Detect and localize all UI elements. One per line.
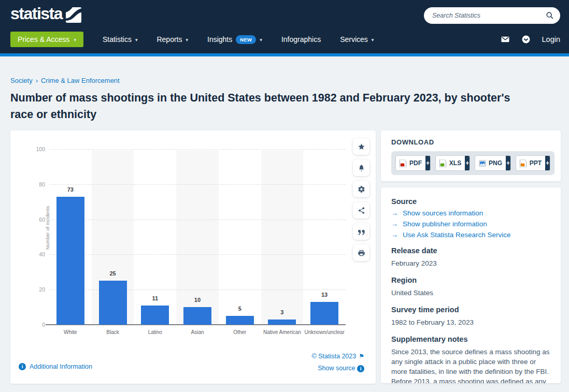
supplementary-notes-text: Since 2013, the source defines a mass sh… <box>391 347 550 383</box>
download-xls-button[interactable]: XLS + <box>435 155 470 171</box>
chart-card: Number of incidents 02040608010073White2… <box>10 130 376 384</box>
main-nav: Prices & Access ▾ Statistics ▾ Reports ▾… <box>10 32 374 47</box>
download-tray: PDF + XLS + PNG + PPT + <box>391 151 554 175</box>
header-accent-stripe <box>0 53 569 56</box>
login-link[interactable]: Login <box>542 35 560 43</box>
plus-icon[interactable]: + <box>425 156 430 170</box>
supplementary-notes-section: Supplementary notes Since 2013, the sour… <box>391 335 550 383</box>
category-label: White <box>49 329 92 336</box>
bar <box>56 197 84 325</box>
mail-icon[interactable] <box>501 35 510 44</box>
copyright: © Statista 2023⚑ <box>312 353 364 360</box>
search-icon[interactable] <box>546 11 554 20</box>
ppt-file-icon <box>520 159 527 167</box>
region-value: United States <box>391 288 550 298</box>
download-png-button[interactable]: PNG + <box>475 155 511 171</box>
plus-icon[interactable]: + <box>465 156 470 170</box>
favorite-star-button[interactable] <box>353 138 369 155</box>
nav-reports[interactable]: Reports ▾ <box>157 35 188 43</box>
bar-value-label: 3 <box>261 309 304 315</box>
bar <box>141 306 169 325</box>
flag-icon[interactable]: ⚑ <box>359 353 364 360</box>
download-heading: DOWNLOAD <box>391 138 554 146</box>
bar-value-label: 25 <box>92 270 134 277</box>
y-tick-label: 0 <box>22 322 45 328</box>
new-badge: NEW <box>236 35 256 44</box>
plus-icon[interactable]: + <box>506 156 510 170</box>
info-icon: i <box>357 365 364 372</box>
bar <box>226 316 254 325</box>
arrow-right-icon: → <box>391 209 398 217</box>
grid-line <box>49 289 346 290</box>
nav-insights[interactable]: Insights NEW ▾ <box>207 35 262 44</box>
additional-information-link[interactable]: i Additional Information <box>19 363 92 370</box>
breadcrumb-crime-law[interactable]: Crime & Law Enforcement <box>41 77 120 84</box>
download-pdf-button[interactable]: PDF + <box>395 155 431 171</box>
share-icon <box>358 207 365 214</box>
y-tick-label: 80 <box>22 181 45 187</box>
chevron-down-icon: ▾ <box>372 37 374 42</box>
globe-language-icon[interactable] <box>521 35 531 44</box>
chart-footer-right: © Statista 2023⚑ Show source i <box>312 353 364 372</box>
pdf-file-icon <box>400 159 407 167</box>
category-label: Black <box>92 329 134 336</box>
bar-value-label: 13 <box>303 292 346 298</box>
release-date-value: February 2023 <box>391 258 550 268</box>
page-title: Number of mass shootings in the United S… <box>10 90 534 123</box>
nav-prices-access-button[interactable]: Prices & Access ▾ <box>10 32 83 47</box>
statista-logo-icon <box>66 7 81 23</box>
nav-prices-access-label: Prices & Access <box>18 35 69 43</box>
star-icon <box>358 143 365 151</box>
site-header: statista Prices & Access ▾ Statistics ▾ … <box>0 0 569 53</box>
print-button[interactable] <box>353 244 369 261</box>
bar <box>99 281 127 325</box>
category-label: Asian <box>176 329 219 336</box>
bar <box>183 307 211 325</box>
bar-value-label: 10 <box>176 297 219 303</box>
settings-gear-button[interactable] <box>353 181 369 197</box>
release-date-heading: Release date <box>391 246 550 255</box>
category-label: Unknown/unclear <box>303 329 346 336</box>
print-icon <box>358 249 365 257</box>
category-label: Native American <box>261 329 304 336</box>
bar <box>268 320 296 325</box>
chevron-down-icon: ▾ <box>260 37 262 42</box>
survey-period-heading: Survey time period <box>391 306 550 314</box>
download-ppt-button[interactable]: PPT + <box>516 155 550 171</box>
info-icon: i <box>19 363 26 370</box>
nav-statistics[interactable]: Statistics ▾ <box>103 35 138 43</box>
png-image-icon <box>479 159 486 167</box>
y-tick-label: 100 <box>22 146 45 152</box>
region-heading: Region <box>391 276 550 284</box>
y-tick-label: 20 <box>22 286 45 293</box>
bar-value-label: 5 <box>219 306 261 312</box>
show-sources-information-link[interactable]: →Show sources information <box>391 209 550 217</box>
bar <box>310 302 338 325</box>
citation-quote-button[interactable] <box>353 223 369 240</box>
nav-services[interactable]: Services ▾ <box>340 35 374 43</box>
bar-chart-plot: Number of incidents 02040608010073White2… <box>49 149 346 325</box>
survey-period-section: Survey time period 1982 to February 13, … <box>391 306 550 327</box>
source-info-card: Source →Show sources information →Show p… <box>381 187 561 383</box>
alert-bell-button[interactable] <box>353 159 369 176</box>
survey-period-value: 1982 to February 13, 2023 <box>391 317 550 327</box>
search-box <box>424 7 560 24</box>
show-source-link[interactable]: Show source i <box>312 365 364 372</box>
breadcrumb-society[interactable]: Society <box>10 77 33 84</box>
bell-icon <box>358 164 365 172</box>
y-tick-label: 60 <box>22 216 45 223</box>
grid-line <box>49 149 346 150</box>
statista-logo[interactable]: statista <box>10 4 81 23</box>
supplementary-notes-heading: Supplementary notes <box>391 335 550 343</box>
ask-statista-research-service-link[interactable]: →Use Ask Statista Research Service <box>391 231 550 239</box>
source-section: Source →Show sources information →Show p… <box>391 197 550 239</box>
source-heading: Source <box>391 197 550 206</box>
show-publisher-information-link[interactable]: →Show publisher information <box>391 220 550 228</box>
plus-icon[interactable]: + <box>545 156 550 170</box>
chevron-down-icon: ▾ <box>135 37 138 42</box>
share-button[interactable] <box>353 202 369 219</box>
header-right: Login <box>501 33 560 46</box>
search-input[interactable] <box>432 12 546 19</box>
y-axis-title: Number of incidents <box>45 206 50 249</box>
nav-infographics[interactable]: Infographics <box>281 35 321 43</box>
